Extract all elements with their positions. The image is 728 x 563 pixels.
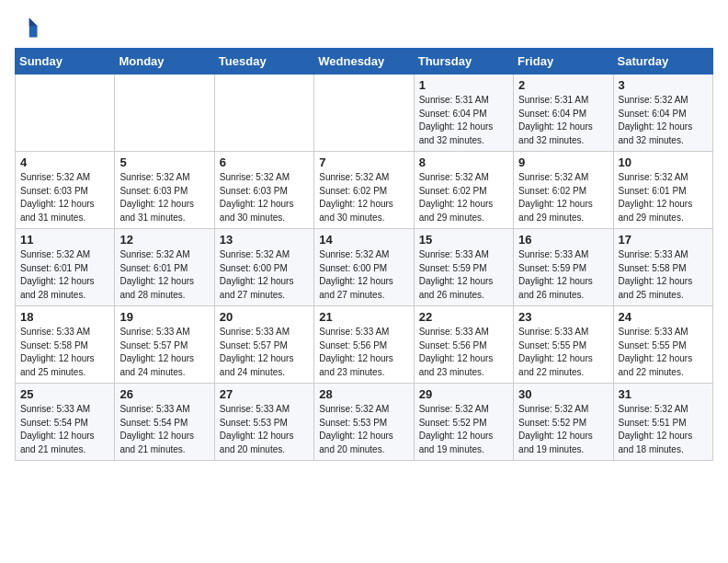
calendar-table: SundayMondayTuesdayWednesdayThursdayFrid…	[15, 48, 713, 461]
day-number: 10	[619, 155, 708, 169]
calendar-cell: 25Sunrise: 5:33 AM Sunset: 5:54 PM Dayli…	[16, 384, 115, 461]
cell-content: Sunrise: 5:33 AM Sunset: 5:58 PM Dayligh…	[619, 248, 708, 302]
day-number: 27	[220, 387, 309, 401]
day-number: 26	[119, 387, 209, 401]
cell-content: Sunrise: 5:32 AM Sunset: 6:01 PM Dayligh…	[619, 171, 708, 224]
day-number: 31	[619, 387, 708, 401]
cell-content: Sunrise: 5:33 AM Sunset: 5:56 PM Dayligh…	[319, 326, 408, 379]
day-header-saturday: Saturday	[613, 49, 712, 75]
calendar-week-row: 1Sunrise: 5:31 AM Sunset: 6:04 PM Daylig…	[16, 75, 713, 152]
day-number: 29	[419, 387, 508, 401]
cell-content: Sunrise: 5:32 AM Sunset: 5:52 PM Dayligh…	[419, 403, 508, 456]
day-number: 16	[518, 233, 608, 247]
day-number: 6	[220, 155, 309, 169]
day-header-friday: Friday	[514, 49, 613, 75]
calendar-cell: 26Sunrise: 5:33 AM Sunset: 5:54 PM Dayli…	[115, 384, 214, 461]
calendar-cell: 19Sunrise: 5:33 AM Sunset: 5:57 PM Dayli…	[115, 306, 214, 384]
cell-content: Sunrise: 5:33 AM Sunset: 5:56 PM Dayligh…	[419, 326, 508, 379]
cell-content: Sunrise: 5:32 AM Sunset: 6:01 PM Dayligh…	[119, 248, 209, 302]
day-number: 24	[619, 310, 708, 324]
cell-content: Sunrise: 5:33 AM Sunset: 5:53 PM Dayligh…	[220, 403, 309, 456]
cell-content: Sunrise: 5:32 AM Sunset: 6:03 PM Dayligh…	[220, 171, 309, 224]
calendar-week-row: 4Sunrise: 5:32 AM Sunset: 6:03 PM Daylig…	[16, 152, 713, 229]
calendar-cell: 12Sunrise: 5:32 AM Sunset: 6:01 PM Dayli…	[115, 229, 214, 306]
day-number: 14	[319, 233, 408, 247]
day-header-monday: Monday	[115, 49, 214, 75]
cell-content: Sunrise: 5:33 AM Sunset: 5:55 PM Dayligh…	[619, 326, 708, 379]
day-number: 5	[119, 155, 209, 169]
cell-content: Sunrise: 5:32 AM Sunset: 6:03 PM Dayligh…	[119, 171, 209, 224]
cell-content: Sunrise: 5:32 AM Sunset: 6:00 PM Dayligh…	[319, 248, 408, 302]
day-number: 22	[419, 310, 508, 324]
calendar-cell: 5Sunrise: 5:32 AM Sunset: 6:03 PM Daylig…	[115, 152, 214, 229]
cell-content: Sunrise: 5:33 AM Sunset: 5:54 PM Dayligh…	[119, 403, 209, 456]
day-number: 7	[319, 155, 408, 169]
calendar-cell: 24Sunrise: 5:33 AM Sunset: 5:55 PM Dayli…	[613, 306, 712, 384]
cell-content: Sunrise: 5:33 AM Sunset: 5:59 PM Dayligh…	[419, 248, 508, 302]
calendar-cell: 22Sunrise: 5:33 AM Sunset: 5:56 PM Dayli…	[414, 306, 513, 384]
cell-content: Sunrise: 5:33 AM Sunset: 5:55 PM Dayligh…	[518, 326, 608, 379]
cell-content: Sunrise: 5:32 AM Sunset: 5:52 PM Dayligh…	[518, 403, 608, 456]
calendar-cell: 11Sunrise: 5:32 AM Sunset: 6:01 PM Dayli…	[16, 229, 115, 306]
calendar-cell: 9Sunrise: 5:32 AM Sunset: 6:02 PM Daylig…	[514, 152, 613, 229]
day-number: 25	[20, 387, 109, 401]
day-number: 11	[20, 233, 109, 247]
calendar-cell: 23Sunrise: 5:33 AM Sunset: 5:55 PM Dayli…	[514, 306, 613, 384]
day-number: 20	[220, 310, 309, 324]
calendar-cell	[214, 75, 313, 152]
day-number: 13	[220, 233, 309, 247]
day-number: 8	[419, 155, 508, 169]
svg-marker-1	[29, 18, 38, 27]
cell-content: Sunrise: 5:32 AM Sunset: 5:53 PM Dayligh…	[319, 403, 408, 456]
calendar-cell: 27Sunrise: 5:33 AM Sunset: 5:53 PM Dayli…	[214, 384, 313, 461]
cell-content: Sunrise: 5:31 AM Sunset: 6:04 PM Dayligh…	[518, 94, 608, 147]
calendar-cell: 10Sunrise: 5:32 AM Sunset: 6:01 PM Dayli…	[613, 152, 712, 229]
day-number: 1	[419, 78, 508, 92]
page-header	[15, 15, 713, 40]
day-number: 19	[119, 310, 209, 324]
calendar-cell: 16Sunrise: 5:33 AM Sunset: 5:59 PM Dayli…	[514, 229, 613, 306]
calendar-cell: 13Sunrise: 5:32 AM Sunset: 6:00 PM Dayli…	[214, 229, 313, 306]
calendar-cell: 17Sunrise: 5:33 AM Sunset: 5:58 PM Dayli…	[613, 229, 712, 306]
cell-content: Sunrise: 5:32 AM Sunset: 6:02 PM Dayligh…	[319, 171, 408, 224]
day-number: 23	[518, 310, 608, 324]
calendar-cell: 2Sunrise: 5:31 AM Sunset: 6:04 PM Daylig…	[514, 75, 613, 152]
cell-content: Sunrise: 5:32 AM Sunset: 6:02 PM Dayligh…	[518, 171, 608, 224]
day-number: 30	[518, 387, 608, 401]
logo-icon	[15, 15, 40, 40]
calendar-cell: 21Sunrise: 5:33 AM Sunset: 5:56 PM Dayli…	[314, 306, 414, 384]
cell-content: Sunrise: 5:32 AM Sunset: 6:01 PM Dayligh…	[20, 248, 109, 302]
day-number: 21	[319, 310, 408, 324]
calendar-cell: 20Sunrise: 5:33 AM Sunset: 5:57 PM Dayli…	[214, 306, 313, 384]
calendar-cell: 8Sunrise: 5:32 AM Sunset: 6:02 PM Daylig…	[414, 152, 513, 229]
cell-content: Sunrise: 5:32 AM Sunset: 6:04 PM Dayligh…	[619, 94, 708, 147]
day-header-thursday: Thursday	[414, 49, 513, 75]
day-number: 18	[20, 310, 109, 324]
day-number: 3	[619, 78, 708, 92]
day-number: 17	[619, 233, 708, 247]
cell-content: Sunrise: 5:31 AM Sunset: 6:04 PM Dayligh…	[419, 94, 508, 147]
calendar-cell: 14Sunrise: 5:32 AM Sunset: 6:00 PM Dayli…	[314, 229, 414, 306]
cell-content: Sunrise: 5:32 AM Sunset: 6:02 PM Dayligh…	[419, 171, 508, 224]
day-number: 2	[518, 78, 608, 92]
calendar-cell: 28Sunrise: 5:32 AM Sunset: 5:53 PM Dayli…	[314, 384, 414, 461]
calendar-week-row: 25Sunrise: 5:33 AM Sunset: 5:54 PM Dayli…	[16, 384, 713, 461]
calendar-cell: 3Sunrise: 5:32 AM Sunset: 6:04 PM Daylig…	[613, 75, 712, 152]
calendar-cell	[314, 75, 414, 152]
calendar-cell: 4Sunrise: 5:32 AM Sunset: 6:03 PM Daylig…	[16, 152, 115, 229]
day-number: 12	[119, 233, 209, 247]
calendar-cell: 15Sunrise: 5:33 AM Sunset: 5:59 PM Dayli…	[414, 229, 513, 306]
calendar-week-row: 11Sunrise: 5:32 AM Sunset: 6:01 PM Dayli…	[16, 229, 713, 306]
calendar-week-row: 18Sunrise: 5:33 AM Sunset: 5:58 PM Dayli…	[16, 306, 713, 384]
day-number: 9	[518, 155, 608, 169]
calendar-cell	[115, 75, 214, 152]
day-header-tuesday: Tuesday	[214, 49, 313, 75]
logo	[15, 15, 44, 40]
day-number: 4	[20, 155, 109, 169]
cell-content: Sunrise: 5:32 AM Sunset: 6:03 PM Dayligh…	[20, 171, 109, 224]
cell-content: Sunrise: 5:32 AM Sunset: 5:51 PM Dayligh…	[619, 403, 708, 456]
calendar-cell: 6Sunrise: 5:32 AM Sunset: 6:03 PM Daylig…	[214, 152, 313, 229]
calendar-header-row: SundayMondayTuesdayWednesdayThursdayFrid…	[16, 49, 713, 75]
calendar-cell	[16, 75, 115, 152]
calendar-cell: 30Sunrise: 5:32 AM Sunset: 5:52 PM Dayli…	[514, 384, 613, 461]
